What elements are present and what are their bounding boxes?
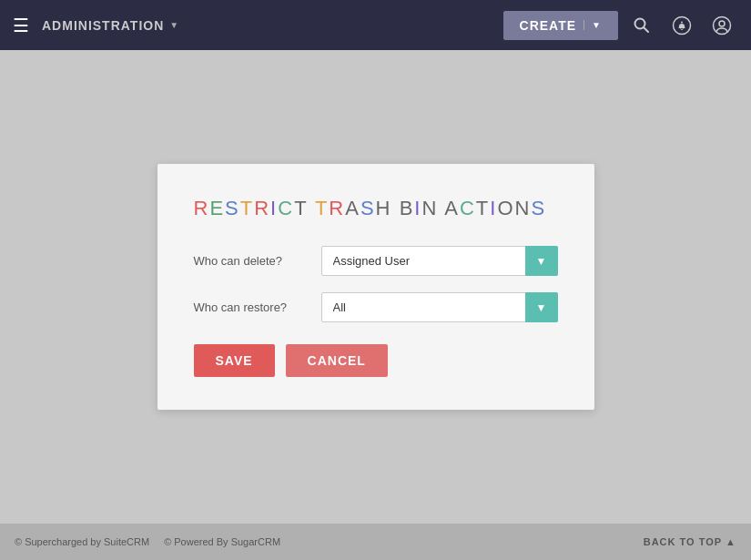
title-char: T <box>315 197 329 219</box>
search-button[interactable] <box>625 9 658 42</box>
powered-by-suitecrm: © Supercharged by SuiteCRM <box>15 536 149 547</box>
search-icon <box>633 16 651 35</box>
main-content: RESTRICT TRASH BIN ACTIONS Who can delet… <box>0 50 751 524</box>
notification-button[interactable] <box>665 9 698 42</box>
title-char: B <box>400 197 415 219</box>
back-to-top-arrow: ▲ <box>726 536 736 547</box>
title-char: T <box>240 197 254 219</box>
user-icon <box>712 15 732 36</box>
title-char: N <box>515 197 532 219</box>
title-char: T <box>294 197 308 219</box>
title-char: T <box>476 197 490 219</box>
back-to-top-button[interactable]: BACK TO TOP ▲ <box>644 536 736 547</box>
create-button[interactable]: CREATE ▼ <box>503 11 618 40</box>
header-right: CREATE ▼ <box>503 9 738 42</box>
title-char: C <box>278 197 294 219</box>
title-char: S <box>360 197 376 219</box>
footer-left: © Supercharged by SuiteCRM © Powered By … <box>15 536 280 547</box>
title-char: E <box>209 197 225 219</box>
title-char: A <box>444 197 460 219</box>
header: ☰ ADMINISTRATION ▼ CREATE ▼ <box>0 0 751 50</box>
dialog-title: RESTRICT TRASH BIN ACTIONS <box>194 197 558 220</box>
user-button[interactable] <box>705 9 738 42</box>
title-char: R <box>329 197 345 219</box>
button-row: SAVE CANCEL <box>194 344 558 377</box>
restore-select-wrapper: All Assigned User Owner Admin ▼ <box>321 292 558 322</box>
title-char: C <box>460 197 476 219</box>
title-char: O <box>497 197 514 219</box>
title-char: S <box>531 197 546 219</box>
title-char: R <box>254 197 270 219</box>
hamburger-icon[interactable]: ☰ <box>13 15 29 36</box>
brand-dropdown-arrow[interactable]: ▼ <box>169 20 179 30</box>
brand-title: ADMINISTRATION ▼ <box>42 18 179 33</box>
delete-select[interactable]: Assigned User All Owner Admin <box>321 246 558 276</box>
create-dropdown-arrow: ▼ <box>584 20 602 30</box>
restore-label: Who can restore? <box>194 300 321 314</box>
svg-point-3 <box>681 21 683 23</box>
svg-point-5 <box>719 21 725 26</box>
bell-icon <box>672 15 692 36</box>
cancel-button[interactable]: CANCEL <box>286 344 388 377</box>
restore-row: Who can restore? All Assigned User Owner… <box>194 292 558 322</box>
svg-line-1 <box>644 27 649 32</box>
title-char: S <box>225 197 240 219</box>
delete-select-wrapper: Assigned User All Owner Admin ▼ <box>321 246 558 276</box>
back-to-top-label: BACK TO TOP <box>644 536 722 547</box>
title-char: N <box>421 197 438 219</box>
restore-select[interactable]: All Assigned User Owner Admin <box>321 292 558 322</box>
title-char: R <box>194 197 210 219</box>
title-char: A <box>345 197 360 219</box>
powered-by-sugarcrm: © Powered By SugarCRM <box>164 536 280 547</box>
title-char: H <box>376 197 392 219</box>
delete-row: Who can delete? Assigned User All Owner … <box>194 246 558 276</box>
brand-text: ADMINISTRATION <box>42 18 164 33</box>
dialog-card: RESTRICT TRASH BIN ACTIONS Who can delet… <box>157 164 594 410</box>
create-label: CREATE <box>520 18 577 33</box>
save-button[interactable]: SAVE <box>194 344 275 377</box>
delete-label: Who can delete? <box>194 254 321 268</box>
footer: © Supercharged by SuiteCRM © Powered By … <box>0 524 751 560</box>
